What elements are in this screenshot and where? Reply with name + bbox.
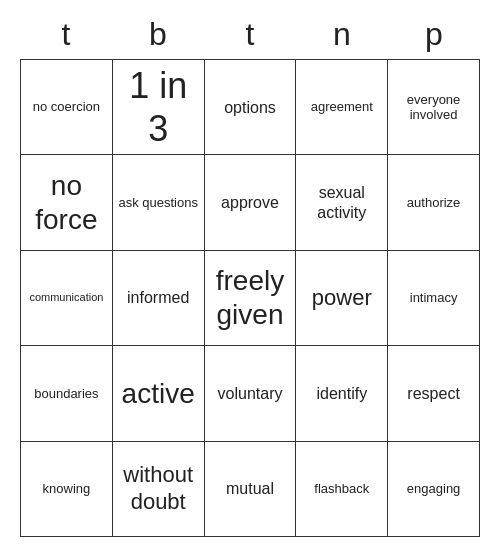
- cell-r3-c0: boundaries: [21, 346, 113, 441]
- cell-r3-c1: active: [113, 346, 205, 441]
- cell-r2-c2: freely given: [205, 251, 297, 346]
- cell-r0-c3: agreement: [296, 60, 388, 155]
- header-col-1: b: [112, 12, 204, 59]
- cell-r3-c4: respect: [388, 346, 480, 441]
- bingo-card: tbtnp no coercion1 in 3optionsagreemente…: [20, 12, 480, 532]
- cell-r1-c4: authorize: [388, 155, 480, 250]
- cell-r0-c4: everyone involved: [388, 60, 480, 155]
- cell-r2-c0: communication: [21, 251, 113, 346]
- bingo-grid: no coercion1 in 3optionsagreementeveryon…: [20, 59, 480, 537]
- cell-r4-c0: knowing: [21, 442, 113, 537]
- cell-r4-c2: mutual: [205, 442, 297, 537]
- cell-r2-c1: informed: [113, 251, 205, 346]
- cell-r2-c4: intimacy: [388, 251, 480, 346]
- cell-r1-c1: ask questions: [113, 155, 205, 250]
- bingo-header: tbtnp: [20, 12, 480, 59]
- cell-r0-c2: options: [205, 60, 297, 155]
- cell-r0-c0: no coercion: [21, 60, 113, 155]
- cell-r1-c2: approve: [205, 155, 297, 250]
- cell-r1-c0: no force: [21, 155, 113, 250]
- cell-r4-c4: engaging: [388, 442, 480, 537]
- cell-r2-c3: power: [296, 251, 388, 346]
- cell-r3-c3: identify: [296, 346, 388, 441]
- header-col-3: n: [296, 12, 388, 59]
- cell-r1-c3: sexual activity: [296, 155, 388, 250]
- cell-r4-c3: flashback: [296, 442, 388, 537]
- header-col-4: p: [388, 12, 480, 59]
- cell-r3-c2: voluntary: [205, 346, 297, 441]
- cell-r4-c1: without doubt: [113, 442, 205, 537]
- header-col-2: t: [204, 12, 296, 59]
- cell-r0-c1: 1 in 3: [113, 60, 205, 155]
- header-col-0: t: [20, 12, 112, 59]
